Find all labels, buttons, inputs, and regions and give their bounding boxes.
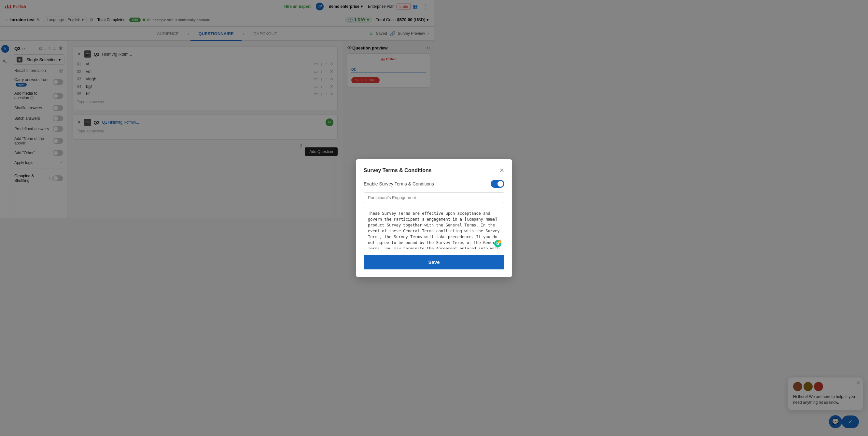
textarea-wrapper: G 2 — [364, 207, 434, 218]
modal-toggle-label: Enable Survey Terms & Conditions — [364, 181, 434, 187]
modal-overlay[interactable]: Survey Terms & Conditions ✕ Enable Surve… — [0, 0, 434, 218]
terms-title-input[interactable] — [364, 192, 434, 203]
modal-header: Survey Terms & Conditions ✕ — [364, 167, 434, 174]
modal-toggle-row: Enable Survey Terms & Conditions — [364, 180, 434, 188]
terms-modal: Survey Terms & Conditions ✕ Enable Surve… — [356, 159, 434, 218]
terms-content-textarea[interactable] — [364, 207, 434, 218]
modal-title: Survey Terms & Conditions — [364, 168, 432, 173]
